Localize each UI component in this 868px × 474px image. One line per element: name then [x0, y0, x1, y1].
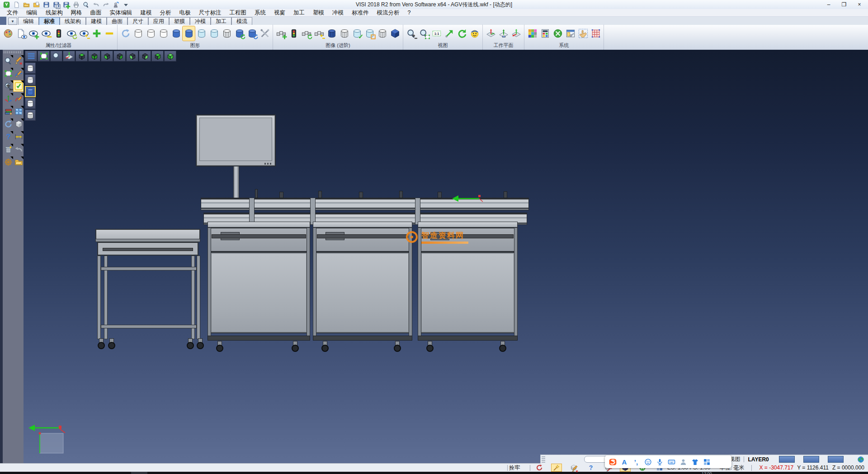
active-layer-label[interactable]: LAYER0	[748, 456, 769, 463]
left-toolbar-grip[interactable]	[4, 51, 22, 53]
visibility-toggle-button[interactable]	[78, 26, 90, 41]
tab-2[interactable]: 标准	[39, 17, 60, 25]
status-panel-grip[interactable]	[542, 456, 545, 463]
delete-entity-button[interactable]	[3, 144, 13, 155]
view-smiley-button[interactable]	[468, 26, 481, 41]
visibility-remove-button[interactable]	[40, 26, 52, 41]
layer-box-2-button[interactable]	[145, 26, 157, 41]
view-lens-button[interactable]	[3, 55, 13, 66]
filter-document-button[interactable]	[14, 26, 27, 41]
selection-settings-button[interactable]	[577, 26, 589, 41]
minimize-button[interactable]: –	[821, 0, 836, 9]
color-table-button[interactable]	[526, 26, 538, 41]
maximize-button[interactable]: ❐	[836, 0, 852, 9]
ime-skin-button[interactable]	[689, 456, 701, 467]
undo-button[interactable]	[91, 0, 100, 9]
print-button[interactable]	[71, 0, 80, 9]
filter-remove-button[interactable]	[103, 26, 115, 41]
layer-bar[interactable]	[779, 456, 795, 463]
menu-item-5[interactable]: 曲面	[86, 9, 106, 17]
layer-box-pale-button[interactable]	[208, 26, 220, 41]
view-left-button[interactable]	[126, 51, 138, 62]
save-button[interactable]	[42, 0, 51, 9]
window-settings-button[interactable]	[564, 26, 576, 41]
tab-dropdown-button[interactable]: ▼	[8, 18, 17, 25]
layer-bar[interactable]	[803, 456, 819, 463]
ime-toolbox-button[interactable]	[701, 456, 712, 467]
menu-item-8[interactable]: 分析	[156, 9, 175, 17]
viewport-zoom-button[interactable]	[50, 51, 62, 62]
tab-9[interactable]: 冲模	[190, 17, 211, 25]
viewport-fit-button[interactable]	[38, 51, 50, 62]
zoom-1-1-button[interactable]	[430, 26, 443, 41]
viewport-axis-button[interactable]	[63, 51, 75, 62]
filter-add-button[interactable]	[90, 26, 103, 41]
tab-4[interactable]: 建模	[86, 17, 107, 25]
menu-item-17[interactable]: 标准件	[348, 9, 373, 17]
workplane-iso-button[interactable]	[485, 26, 497, 41]
vp-layer-3-button[interactable]	[25, 98, 36, 109]
ime-keyboard-button[interactable]	[665, 456, 677, 467]
globe-icon[interactable]	[857, 456, 864, 463]
ime-punctuation-button[interactable]: ’,	[630, 456, 642, 467]
visibility-add-button[interactable]	[27, 26, 39, 41]
view-refresh-button[interactable]	[456, 26, 468, 41]
sogou-logo-button[interactable]	[607, 456, 618, 467]
layer-box-blue-button[interactable]	[170, 26, 182, 41]
layer-update-button[interactable]	[233, 26, 245, 41]
undo-action-button[interactable]	[14, 144, 24, 155]
grid-view-button[interactable]	[14, 106, 24, 117]
adv-shaded-cube-button[interactable]	[389, 26, 401, 41]
adv-wireframe-button[interactable]	[376, 26, 388, 41]
tab-8[interactable]: 塑膜	[169, 17, 190, 25]
tab-5[interactable]: 曲面	[107, 17, 127, 25]
context-help-button[interactable]	[3, 131, 13, 142]
menu-item-7[interactable]: 建模	[137, 9, 156, 17]
edit-spline-button[interactable]	[14, 93, 24, 104]
draw-curve-button[interactable]	[14, 68, 24, 79]
view-iso-button[interactable]	[151, 51, 164, 62]
print-preview-button[interactable]	[81, 0, 90, 9]
adv-regenerate-button[interactable]	[300, 26, 312, 41]
qat-more-button[interactable]	[121, 0, 130, 9]
open-file-button[interactable]	[22, 0, 31, 9]
menu-item-2[interactable]: 编辑	[22, 9, 42, 17]
navigation-wheel-button[interactable]	[3, 156, 13, 167]
workplane-align-button[interactable]	[510, 26, 522, 41]
filter-traffic-light-button[interactable]	[52, 26, 65, 41]
status-edit-box-button[interactable]	[569, 464, 579, 471]
menu-item-13[interactable]: 视窗	[270, 9, 289, 17]
select-window-button[interactable]	[3, 68, 13, 79]
vp-layer-wire-button[interactable]	[25, 109, 36, 121]
layer-box-1-button[interactable]	[132, 26, 144, 41]
3d-viewport[interactable]: 智造资料网	[24, 50, 868, 463]
ime-emoji-button[interactable]	[642, 456, 654, 467]
attribute-books-button[interactable]	[3, 106, 13, 117]
measure-distance-button[interactable]	[14, 131, 24, 142]
vp-layer-2-button[interactable]	[25, 74, 36, 85]
adv-solid-dark-button[interactable]	[326, 26, 338, 41]
new-document-button[interactable]	[12, 0, 21, 9]
macro-stamp-button[interactable]	[111, 0, 120, 9]
view-shaded-button[interactable]	[164, 51, 176, 62]
graphics-refresh-button[interactable]	[119, 26, 132, 41]
regenerate-button[interactable]	[3, 118, 13, 129]
view-top-button[interactable]	[75, 51, 88, 62]
view-front-button[interactable]	[101, 51, 113, 62]
edit-sketch-button[interactable]	[14, 55, 24, 66]
zoom-window-button[interactable]	[418, 26, 430, 41]
menu-item-9[interactable]: 电极	[175, 9, 195, 17]
visibility-refresh-button[interactable]	[65, 26, 77, 41]
tab-7[interactable]: 应用	[148, 17, 169, 25]
system-settings-button[interactable]	[552, 26, 564, 41]
ime-font-button[interactable]: A	[618, 456, 630, 467]
menu-item-10[interactable]: 尺寸标注	[195, 9, 226, 17]
menu-item-3[interactable]: 线架构	[42, 9, 67, 17]
ime-microphone-button[interactable]	[654, 456, 665, 467]
view-back-button[interactable]	[113, 51, 126, 62]
tab-11[interactable]: 模流	[231, 17, 252, 25]
save-all-button[interactable]	[61, 0, 71, 9]
status-refresh-button[interactable]	[534, 464, 544, 471]
zoom-in-out-button[interactable]	[405, 26, 417, 41]
menu-item-1[interactable]: 文件	[3, 9, 22, 17]
